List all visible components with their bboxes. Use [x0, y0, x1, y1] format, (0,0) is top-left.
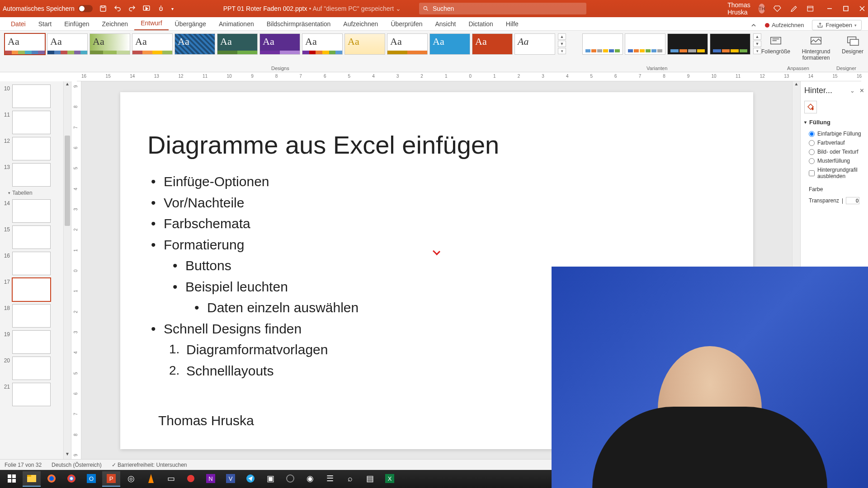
- slide-thumbnail[interactable]: 10: [0, 83, 71, 109]
- theme-thumb[interactable]: Aa: [429, 33, 470, 55]
- slide-thumbnail[interactable]: 18: [0, 303, 71, 329]
- tab-datei[interactable]: Datei: [5, 18, 32, 30]
- variant-thumb[interactable]: [710, 33, 750, 55]
- close-icon[interactable]: [859, 5, 865, 12]
- taskbar-app-icon[interactable]: ☰: [321, 471, 339, 487]
- taskbar-obs-icon[interactable]: [281, 471, 299, 487]
- thumb-scrollbar[interactable]: ▲▼: [63, 81, 71, 459]
- tab-aufzeichnen[interactable]: Aufzeichnen: [337, 18, 384, 30]
- tab-animationen[interactable]: Animationen: [212, 18, 260, 30]
- fill-picture-radio[interactable]: Bild- oder Texturf: [804, 147, 864, 156]
- pen-icon[interactable]: [790, 5, 798, 13]
- fill-section-header[interactable]: Füllung: [804, 119, 864, 126]
- taskbar-onenote-icon[interactable]: N: [202, 471, 220, 487]
- record-button[interactable]: Aufzeichnen: [765, 22, 804, 28]
- thumb-preview[interactable]: [12, 278, 51, 301]
- tab-hilfe[interactable]: Hilfe: [500, 18, 525, 30]
- theme-thumb[interactable]: Aa: [132, 33, 173, 55]
- theme-thumb[interactable]: Aa: [217, 33, 258, 55]
- taskbar-app-icon[interactable]: ◎: [122, 471, 140, 487]
- undo-icon[interactable]: [113, 5, 122, 13]
- tab-ansicht[interactable]: Ansicht: [429, 18, 462, 30]
- taskbar-visio-icon[interactable]: V: [222, 471, 240, 487]
- variant-thumb[interactable]: [582, 33, 623, 55]
- transparency-input[interactable]: [846, 197, 859, 204]
- collapse-ribbon-icon[interactable]: [750, 22, 757, 28]
- slide-author[interactable]: Thomas Hruska: [158, 413, 254, 428]
- transparency-field[interactable]: Transparenz |: [804, 197, 864, 204]
- tab-bildschirmpraesentation[interactable]: Bildschirmpräsentation: [260, 18, 337, 30]
- pane-close-icon[interactable]: ✕: [859, 87, 864, 94]
- slide-thumbnail[interactable]: 21: [0, 381, 71, 408]
- taskbar-explorer-icon[interactable]: [23, 471, 41, 487]
- taskbar-excel-icon[interactable]: X: [381, 471, 399, 487]
- start-button[interactable]: [3, 471, 21, 487]
- thumb-preview[interactable]: [12, 383, 51, 406]
- slide-thumbnail[interactable]: 20: [0, 355, 71, 381]
- variant-thumb[interactable]: [625, 33, 665, 55]
- foliengroesse-button[interactable]: Foliengröße: [761, 33, 790, 61]
- theme-thumb[interactable]: Aa: [259, 33, 300, 55]
- thumb-preview[interactable]: [12, 199, 51, 223]
- fill-tab-icon[interactable]: [804, 101, 817, 113]
- tab-uebergaenge[interactable]: Übergänge: [169, 18, 212, 30]
- slide-thumbnail[interactable]: 12: [0, 136, 71, 162]
- qat-overflow-icon[interactable]: ▾: [171, 6, 174, 11]
- bullet[interactable]: Einfüge-Optionen: [147, 171, 726, 192]
- section-header[interactable]: Tabellen: [0, 188, 71, 198]
- slide-thumbnail-panel[interactable]: 10111213Tabellen1415161718192021▲▼: [0, 81, 71, 459]
- slide-thumbnail[interactable]: 13: [0, 162, 71, 188]
- designs-gallery[interactable]: Aa Aa Aa Aa Aa Aa Aa Aa Aa Aa Aa Aa Aa ▲…: [5, 33, 566, 55]
- thumb-preview[interactable]: [12, 137, 51, 160]
- theme-thumb[interactable]: Aa: [344, 33, 385, 55]
- theme-thumb[interactable]: Aa: [387, 33, 428, 55]
- slide-thumbnail[interactable]: 11: [0, 109, 71, 136]
- status-accessibility[interactable]: ✓ Barrierefreiheit: Untersuchen: [112, 462, 187, 468]
- redo-icon[interactable]: [128, 5, 136, 13]
- search-input[interactable]: Suchen: [419, 3, 586, 14]
- taskbar-firefox-icon[interactable]: [42, 471, 61, 487]
- bullet[interactable]: Farbschemata: [147, 213, 726, 235]
- status-slide-count[interactable]: Folie 17 von 32: [5, 462, 42, 468]
- taskbar-app-icon[interactable]: ◉: [301, 471, 319, 487]
- tab-einfuegen[interactable]: Einfügen: [58, 18, 95, 30]
- taskbar-chrome-icon[interactable]: [62, 471, 80, 487]
- tab-start[interactable]: Start: [32, 18, 58, 30]
- variants-gallery[interactable]: ▲▼▾: [582, 33, 761, 55]
- slide-thumbnail[interactable]: 19: [0, 329, 71, 355]
- slide-thumbnail[interactable]: 16: [0, 250, 71, 277]
- diamond-icon[interactable]: [773, 5, 782, 13]
- bullet[interactable]: Formatierung: [147, 235, 726, 256]
- thumb-preview[interactable]: [12, 225, 51, 249]
- theme-thumb[interactable]: Aa: [472, 33, 513, 55]
- taskbar-app-icon[interactable]: ▤: [361, 471, 379, 487]
- thumb-preview[interactable]: [12, 163, 51, 187]
- window-icon[interactable]: [806, 5, 815, 13]
- taskbar-app-icon[interactable]: ▭: [162, 471, 180, 487]
- theme-thumb[interactable]: Aa: [175, 33, 215, 55]
- gallery-scroll[interactable]: ▲▼▾: [558, 33, 566, 54]
- fill-solid-radio[interactable]: Einfarbige Füllung: [804, 129, 864, 138]
- thumb-preview[interactable]: [12, 84, 51, 108]
- theme-thumb[interactable]: Aa: [302, 33, 343, 55]
- taskbar-vlc-icon[interactable]: [142, 471, 160, 487]
- taskbar-outlook-icon[interactable]: O: [82, 471, 100, 487]
- theme-thumb[interactable]: Aa: [47, 33, 88, 55]
- thumb-preview[interactable]: [12, 304, 51, 328]
- taskbar-app-icon[interactable]: [182, 471, 200, 487]
- hintergrund-formatieren-button[interactable]: Hintergrund formatieren: [800, 33, 832, 61]
- slide-thumbnail[interactable]: 15: [0, 224, 71, 250]
- pane-options-icon[interactable]: ⌄: [850, 87, 855, 94]
- theme-thumb[interactable]: Aa: [90, 33, 130, 55]
- slide-thumbnail[interactable]: 17: [0, 277, 71, 303]
- thumb-preview[interactable]: [12, 330, 51, 354]
- fill-gradient-radio[interactable]: Farbverlauf: [804, 138, 864, 147]
- autosave-toggle[interactable]: [78, 5, 93, 12]
- tab-ueberpruefen[interactable]: Überprüfen: [384, 18, 429, 30]
- slideshow-icon[interactable]: [142, 5, 151, 13]
- thumb-preview[interactable]: [12, 111, 51, 134]
- maximize-icon[interactable]: [843, 5, 849, 12]
- tab-entwurf[interactable]: Entwurf: [134, 17, 168, 30]
- touch-mode-icon[interactable]: [157, 5, 165, 13]
- fill-pattern-radio[interactable]: Musterfüllung: [804, 156, 864, 165]
